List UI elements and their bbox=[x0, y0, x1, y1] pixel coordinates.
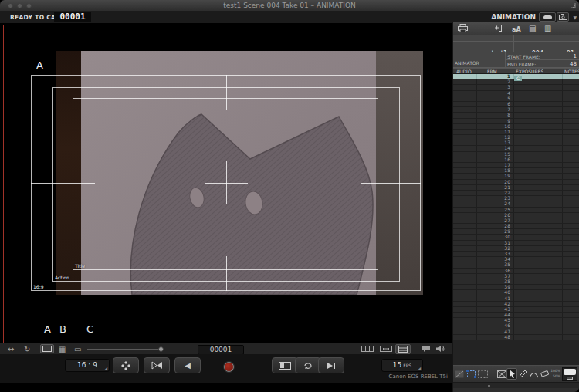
notes-cell[interactable] bbox=[563, 135, 579, 140]
audio-cell[interactable] bbox=[453, 323, 477, 328]
xsheet-row[interactable]: 7 bbox=[453, 107, 579, 113]
notes-cell[interactable] bbox=[563, 201, 579, 206]
delete-region-tool[interactable] bbox=[496, 368, 507, 380]
xsheet-row[interactable]: 22 bbox=[453, 191, 579, 196]
exposure-cell[interactable] bbox=[514, 79, 563, 84]
line-tool[interactable] bbox=[454, 368, 465, 380]
audio-cell[interactable] bbox=[453, 130, 477, 134]
audio-cell[interactable] bbox=[453, 229, 477, 234]
xsheet-row[interactable]: 36 bbox=[453, 269, 579, 274]
exposure-cell[interactable] bbox=[514, 113, 563, 117]
curve-tool[interactable] bbox=[528, 368, 539, 380]
xsheet-row[interactable]: 17 bbox=[453, 163, 579, 168]
exposure-cell[interactable] bbox=[514, 235, 563, 239]
xsheet-row[interactable]: 44 bbox=[453, 313, 579, 318]
scene-value[interactable]: 004 bbox=[514, 42, 550, 52]
audio-cell[interactable] bbox=[453, 180, 477, 184]
notes-cell[interactable] bbox=[563, 274, 579, 279]
audio-cell[interactable] bbox=[453, 102, 477, 106]
notes-cell[interactable] bbox=[563, 323, 579, 328]
xsheet-row[interactable]: 10 bbox=[453, 124, 579, 130]
exposure-cell[interactable] bbox=[514, 285, 563, 289]
camera-settings-button[interactable] bbox=[557, 12, 569, 22]
notes-cell[interactable] bbox=[563, 252, 579, 256]
audio-cell[interactable] bbox=[453, 107, 477, 112]
xsheet-row[interactable]: 13 bbox=[453, 140, 579, 146]
display-toggle-button[interactable] bbox=[539, 12, 556, 22]
audio-cell[interactable] bbox=[453, 213, 477, 218]
speaker-icon[interactable] bbox=[435, 345, 445, 353]
audio-cell[interactable] bbox=[453, 119, 477, 123]
multi-column-view-icon[interactable]: ▥ bbox=[544, 24, 551, 33]
xsheet-row[interactable]: 46 bbox=[453, 323, 579, 329]
audio-cell[interactable] bbox=[453, 163, 477, 167]
audio-cell[interactable] bbox=[453, 246, 477, 251]
audio-cell[interactable] bbox=[453, 274, 477, 279]
opacity-slider-handle[interactable] bbox=[158, 346, 164, 352]
exposure-cell[interactable] bbox=[514, 140, 563, 145]
exposure-cell[interactable] bbox=[514, 208, 563, 212]
notes-cell[interactable] bbox=[563, 329, 579, 334]
audio-cell[interactable] bbox=[453, 196, 477, 201]
audio-cell[interactable] bbox=[453, 296, 477, 301]
font-size-button[interactable]: aA bbox=[512, 25, 521, 35]
xsheet-row[interactable]: 27 bbox=[453, 218, 579, 224]
notes-cell[interactable] bbox=[563, 102, 579, 106]
xsheet-row[interactable]: 30 bbox=[453, 235, 579, 240]
exposure-cell[interactable] bbox=[514, 85, 563, 90]
loop-playback-button[interactable] bbox=[295, 357, 321, 373]
audio-cell[interactable] bbox=[453, 91, 477, 96]
audio-cell[interactable] bbox=[453, 152, 477, 157]
exposure-cell[interactable] bbox=[514, 318, 563, 323]
xsheet-row[interactable]: 21 bbox=[453, 185, 579, 191]
exposure-cell[interactable] bbox=[514, 157, 563, 162]
notes-cell[interactable] bbox=[563, 290, 579, 295]
notes-cell[interactable] bbox=[563, 208, 579, 212]
notes-cell[interactable] bbox=[563, 307, 579, 312]
exposure-cell[interactable] bbox=[514, 196, 563, 201]
notes-cell[interactable] bbox=[563, 224, 579, 228]
audio-cell[interactable] bbox=[453, 208, 477, 212]
exposure-cell[interactable] bbox=[514, 296, 563, 301]
exposure-cell[interactable] bbox=[514, 174, 563, 178]
exposure-cell[interactable] bbox=[514, 246, 563, 251]
exposure-cell[interactable] bbox=[514, 163, 563, 167]
exposure-cell[interactable] bbox=[514, 257, 563, 262]
xsheet-row[interactable]: 35 bbox=[453, 262, 579, 268]
exposure-cell[interactable] bbox=[514, 290, 563, 295]
xsheet-row[interactable]: 18 bbox=[453, 168, 579, 174]
notes-cell[interactable] bbox=[563, 119, 579, 123]
playback-range-button[interactable] bbox=[272, 357, 298, 373]
audio-cell[interactable] bbox=[453, 168, 477, 173]
exposure-cell[interactable] bbox=[514, 302, 563, 306]
aspect-mask-button[interactable] bbox=[40, 344, 54, 353]
exposure-cell[interactable] bbox=[514, 262, 563, 267]
single-column-view-icon[interactable]: ▤ bbox=[529, 24, 536, 33]
notes-cell[interactable] bbox=[563, 168, 579, 173]
notes-cell[interactable] bbox=[563, 157, 579, 162]
xsheet-row[interactable]: 6 bbox=[453, 102, 579, 107]
notes-cell[interactable] bbox=[563, 152, 579, 157]
audio-cell[interactable] bbox=[453, 146, 477, 150]
exposure-cell[interactable] bbox=[514, 146, 563, 150]
notes-cell[interactable] bbox=[563, 185, 579, 190]
xsheet-row[interactable]: 9 bbox=[453, 119, 579, 124]
xsheet-row[interactable]: 1C bbox=[453, 74, 579, 79]
xsheet-rows[interactable]: 1C23456789101112131415161718192021222324… bbox=[453, 74, 579, 365]
notes-cell[interactable] bbox=[563, 218, 579, 223]
notes-cell[interactable] bbox=[563, 191, 579, 195]
notes-cell[interactable] bbox=[563, 229, 579, 234]
audio-cell[interactable] bbox=[453, 201, 477, 206]
exposure-cell[interactable] bbox=[514, 307, 563, 312]
notes-cell[interactable] bbox=[563, 302, 579, 306]
widescreen-overlay-icon[interactable]: ▭ bbox=[74, 344, 81, 354]
audio-cell[interactable] bbox=[453, 191, 477, 195]
xsheet-row[interactable]: 3 bbox=[453, 85, 579, 90]
notes-cell[interactable] bbox=[563, 262, 579, 267]
audio-cell[interactable] bbox=[453, 79, 477, 84]
xsheet-row[interactable]: 4 bbox=[453, 91, 579, 96]
notes-cell[interactable] bbox=[563, 246, 579, 251]
notes-cell[interactable] bbox=[563, 269, 579, 273]
capture-frame-counter[interactable]: 00001 bbox=[54, 12, 91, 22]
exposure-cell[interactable] bbox=[514, 96, 563, 101]
